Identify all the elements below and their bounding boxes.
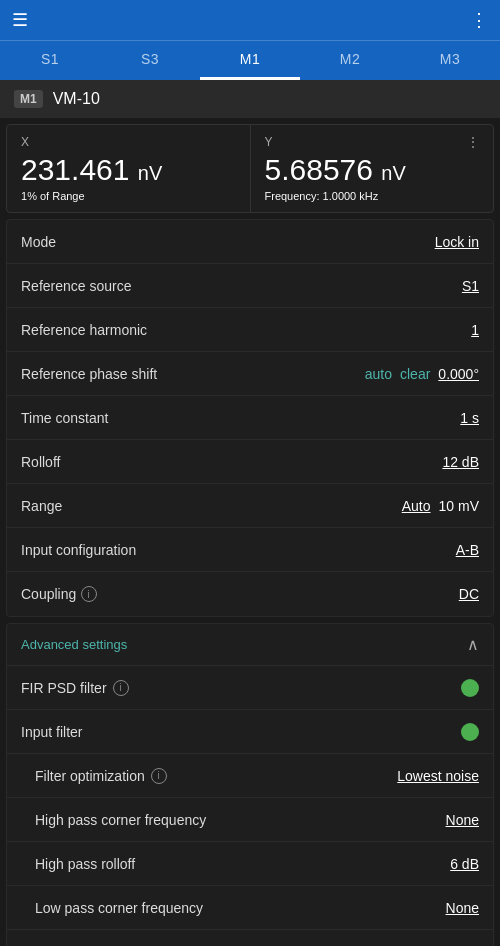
measurement-x: X 231.461 nV 1% of Range [7, 125, 251, 212]
reference-source-value[interactable]: S1 [462, 278, 479, 294]
advanced-fir-psd-filter: FIR PSD filter i [7, 666, 493, 710]
advanced-lowpass-rolloff: Low pass rolloff 6 dB [7, 930, 493, 946]
rolloff-label: Rolloff [21, 454, 60, 470]
input-filter-toggle[interactable] [461, 723, 479, 741]
filter-optimization-label: Filter optimization [35, 768, 145, 784]
coupling-value[interactable]: DC [459, 586, 479, 602]
input-config-value[interactable]: A-B [456, 542, 479, 558]
range-label: Range [21, 498, 62, 514]
setting-reference-source: Reference source S1 [7, 264, 493, 308]
input-config-label: Input configuration [21, 542, 136, 558]
range-auto-value[interactable]: Auto [402, 498, 431, 514]
tab-m3[interactable]: M3 [400, 41, 500, 80]
reference-source-label: Reference source [21, 278, 132, 294]
y-dots-icon[interactable]: ⋮ [467, 135, 479, 149]
reference-harmonic-label: Reference harmonic [21, 322, 147, 338]
advanced-lowpass-corner: Low pass corner frequency None [7, 886, 493, 930]
setting-coupling: Coupling i DC [7, 572, 493, 616]
menu-dots-icon[interactable]: ⋮ [470, 9, 488, 31]
x-range-sub: 1% of Range [21, 190, 236, 202]
mode-value[interactable]: Lock in [435, 234, 479, 250]
device-name: VM-10 [53, 90, 100, 108]
measurement-panel: X 231.461 nV 1% of Range Y ⋮ 5.68576 nV … [6, 124, 494, 213]
reference-phase-value[interactable]: 0.000° [438, 366, 479, 382]
top-bar: ☰ ⋮ [0, 0, 500, 40]
advanced-highpass-rolloff: High pass rolloff 6 dB [7, 842, 493, 886]
auto-button[interactable]: auto [365, 366, 392, 382]
tab-s1[interactable]: S1 [0, 41, 100, 80]
advanced-input-filter: Input filter [7, 710, 493, 754]
time-constant-value[interactable]: 1 s [460, 410, 479, 426]
fir-psd-info-icon[interactable]: i [113, 680, 129, 696]
filter-optimization-value[interactable]: Lowest noise [397, 768, 479, 784]
mode-label: Mode [21, 234, 56, 250]
setting-input-config: Input configuration A-B [7, 528, 493, 572]
setting-reference-harmonic: Reference harmonic 1 [7, 308, 493, 352]
y-freq-sub: Frequency: 1.0000 kHz [265, 190, 480, 202]
input-filter-label: Input filter [21, 724, 82, 740]
tab-m1[interactable]: M1 [200, 41, 300, 80]
advanced-chevron-icon[interactable]: ∧ [467, 635, 479, 654]
highpass-rolloff-value[interactable]: 6 dB [450, 856, 479, 872]
reference-phase-label: Reference phase shift [21, 366, 157, 382]
device-badge: M1 [14, 90, 43, 108]
device-header: M1 VM-10 [0, 80, 500, 118]
coupling-label: Coupling [21, 586, 76, 602]
filter-optimization-info-icon[interactable]: i [151, 768, 167, 784]
coupling-info-icon[interactable]: i [81, 586, 97, 602]
advanced-title: Advanced settings [21, 637, 127, 652]
hamburger-icon[interactable]: ☰ [12, 9, 28, 31]
highpass-corner-label: High pass corner frequency [35, 812, 206, 828]
range-mv-value: 10 mV [439, 498, 479, 514]
rolloff-value[interactable]: 12 dB [442, 454, 479, 470]
x-value: 231.461 nV [21, 153, 236, 186]
advanced-section: Advanced settings ∧ FIR PSD filter i Inp… [6, 623, 494, 946]
y-value: 5.68576 nV [265, 153, 480, 186]
setting-time-constant: Time constant 1 s [7, 396, 493, 440]
setting-rolloff: Rolloff 12 dB [7, 440, 493, 484]
y-label: Y [265, 135, 273, 149]
advanced-header[interactable]: Advanced settings ∧ [7, 624, 493, 666]
time-constant-label: Time constant [21, 410, 108, 426]
highpass-corner-value[interactable]: None [446, 812, 479, 828]
advanced-filter-optimization: Filter optimization i Lowest noise [7, 754, 493, 798]
advanced-highpass-corner: High pass corner frequency None [7, 798, 493, 842]
setting-reference-phase-shift: Reference phase shift auto clear 0.000° [7, 352, 493, 396]
clear-button[interactable]: clear [400, 366, 430, 382]
tab-m2[interactable]: M2 [300, 41, 400, 80]
lowpass-corner-label: Low pass corner frequency [35, 900, 203, 916]
setting-range: Range Auto 10 mV [7, 484, 493, 528]
reference-harmonic-value[interactable]: 1 [471, 322, 479, 338]
x-label: X [21, 135, 29, 149]
settings-section: Mode Lock in Reference source S1 Referen… [6, 219, 494, 617]
highpass-rolloff-label: High pass rolloff [35, 856, 135, 872]
fir-psd-toggle[interactable] [461, 679, 479, 697]
fir-psd-label: FIR PSD filter [21, 680, 107, 696]
measurement-y: Y ⋮ 5.68576 nV Frequency: 1.0000 kHz [251, 125, 494, 212]
lowpass-corner-value[interactable]: None [446, 900, 479, 916]
tab-s3[interactable]: S3 [100, 41, 200, 80]
setting-mode: Mode Lock in [7, 220, 493, 264]
tabs-bar: S1 S3 M1 M2 M3 [0, 40, 500, 80]
